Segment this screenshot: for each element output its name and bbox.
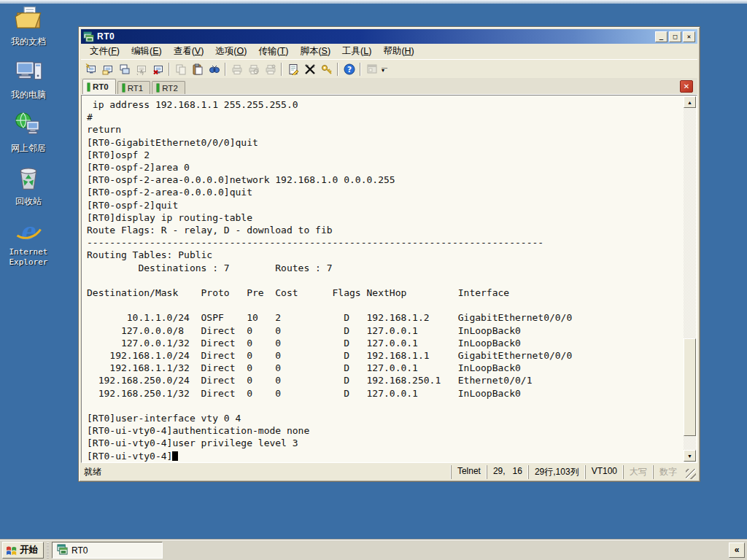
app-terminal-icon xyxy=(57,544,68,557)
status-panel-2: 29行,103列 xyxy=(528,465,585,479)
connected-indicator-icon xyxy=(88,83,90,91)
menu-item-l[interactable]: 工具(L) xyxy=(336,44,377,59)
tab-label: RT2 xyxy=(162,84,178,93)
my-computer-icon xyxy=(14,58,43,85)
terminal-text: ip address 192.168.1.1 255.255.255.0 # r… xyxy=(87,98,684,450)
toolbar-separator xyxy=(225,63,226,76)
toolbar-separator xyxy=(360,63,361,76)
windows-logo-icon xyxy=(6,545,18,556)
status-panel-5: 数字 xyxy=(653,465,683,479)
app-window-icon xyxy=(363,61,380,77)
desktop-icon-label: 我的文档 xyxy=(11,36,46,47)
connected-indicator-icon xyxy=(157,84,159,92)
scrollbar-thumb[interactable] xyxy=(684,338,696,436)
toolbar: ?—▾ xyxy=(81,59,697,78)
close-button[interactable]: ✕ xyxy=(683,31,695,42)
connect-icon[interactable] xyxy=(99,61,116,77)
toolbar-separator xyxy=(281,63,282,76)
paste-icon[interactable] xyxy=(189,61,206,77)
desktop-icon-network-places[interactable]: 网上邻居 xyxy=(3,111,54,154)
toolbar-overflow-icon[interactable]: —▾ xyxy=(381,62,388,77)
menu-item-o[interactable]: 选项(O) xyxy=(209,44,252,59)
tray-chevron-button[interactable]: « xyxy=(729,542,745,558)
quick-connect-icon[interactable] xyxy=(82,61,99,77)
status-panel-3: VT100 xyxy=(585,465,623,479)
session-tab-rt1[interactable]: RT1 xyxy=(117,81,151,94)
status-panel-1: 29, 16 xyxy=(487,465,528,479)
disconnect-icon[interactable] xyxy=(150,61,166,77)
taskbar: 开始 RT0 « xyxy=(0,540,747,560)
desktop-icon-my-computer[interactable]: 我的电脑 xyxy=(3,58,54,101)
status-bar: 就绪 Telnet29, 1629行,103列VT100大写数字 xyxy=(81,463,697,479)
svg-text:?: ? xyxy=(347,65,351,74)
recycle-bin-icon xyxy=(14,164,43,192)
taskbar-task-rt0[interactable]: RT0 xyxy=(52,542,163,559)
status-ready-text: 就绪 xyxy=(84,466,451,478)
my-documents-icon xyxy=(14,4,43,32)
menu-item-v[interactable]: 查看(V) xyxy=(168,44,210,59)
internet-explorer-icon: e xyxy=(14,217,43,245)
desktop-icon-label: 网上邻居 xyxy=(11,143,46,153)
toolbar-separator xyxy=(169,63,170,76)
session-tab-strip: RT0RT1RT2✕ xyxy=(81,78,697,95)
print-setup-icon xyxy=(262,61,279,77)
scroll-up-icon[interactable]: ▲ xyxy=(684,96,696,108)
resize-grip[interactable] xyxy=(686,469,696,479)
maximize-button[interactable]: □ xyxy=(669,31,681,42)
minimize-button[interactable]: _ xyxy=(655,31,667,42)
background-window-edge xyxy=(0,0,747,4)
status-panels: Telnet29, 1629行,103列VT100大写数字 xyxy=(451,465,683,479)
terminal-output[interactable]: ip address 192.168.1.1 255.255.255.0 # r… xyxy=(82,96,684,462)
desktop-icon-my-documents[interactable]: 我的文档 xyxy=(3,4,54,47)
terminal-area[interactable]: ip address 192.168.1.1 255.255.255.0 # r… xyxy=(81,95,697,463)
start-button[interactable]: 开始 xyxy=(2,542,44,559)
print-preview-icon xyxy=(245,61,262,77)
window-title: RT0 xyxy=(97,31,654,42)
menu-item-h[interactable]: 帮助(H) xyxy=(377,44,419,59)
terminal-app-window: RT0 _ □ ✕ 文件(F)编辑(E)查看(V)选项(O)传输(T)脚本(S)… xyxy=(78,26,700,482)
find-icon[interactable] xyxy=(206,61,222,77)
terminal-prompt: [RT0-ui-vty0-4] xyxy=(87,451,172,462)
tab-label: RT1 xyxy=(128,84,144,93)
help-icon[interactable]: ? xyxy=(341,61,357,77)
start-button-label: 开始 xyxy=(20,544,38,556)
task-button-area: RT0 xyxy=(52,542,163,559)
vertical-scrollbar[interactable]: ▲ ▼ xyxy=(684,96,696,462)
menu-item-e[interactable]: 编辑(E) xyxy=(125,44,168,59)
network-places-icon xyxy=(14,111,43,139)
window-titlebar[interactable]: RT0 _ □ ✕ xyxy=(81,29,697,44)
reconnect-icon xyxy=(133,61,150,77)
print-icon xyxy=(228,61,245,77)
copy-icon xyxy=(172,61,189,77)
menu-bar: 文件(F)编辑(E)查看(V)选项(O)传输(T)脚本(S)工具(L)帮助(H) xyxy=(81,44,697,59)
session-tab-rt2[interactable]: RT2 xyxy=(152,81,185,94)
menu-item-f[interactable]: 文件(F) xyxy=(84,44,125,59)
terminal-prompt-line: [RT0-ui-vty0-4] xyxy=(87,450,684,462)
terminal-cursor xyxy=(172,451,178,461)
connected-indicator-icon xyxy=(123,84,125,92)
session-options-icon[interactable] xyxy=(301,61,318,77)
desktop-icon-list: 我的文档我的电脑网上邻居回收站eInternet Explorer xyxy=(3,4,54,278)
connect-in-tab-icon[interactable] xyxy=(116,61,133,77)
task-label: RT0 xyxy=(71,545,88,556)
app-terminal-icon xyxy=(83,31,94,42)
desktop-icon-label: 回收站 xyxy=(15,196,42,206)
desktop-icon-label: 我的电脑 xyxy=(11,90,46,100)
properties-icon[interactable] xyxy=(285,61,301,77)
session-tab-rt0[interactable]: RT0 xyxy=(82,79,116,94)
scroll-down-icon[interactable]: ▼ xyxy=(684,450,696,462)
desktop-icon-label: Internet Explorer xyxy=(9,247,48,268)
taskbar-divider[interactable] xyxy=(47,542,49,559)
menu-item-t[interactable]: 传输(T) xyxy=(252,44,294,59)
status-panel-0: Telnet xyxy=(451,465,487,479)
menu-item-s[interactable]: 脚本(S) xyxy=(294,44,336,59)
desktop-icon-internet-explorer[interactable]: eInternet Explorer xyxy=(3,217,54,268)
key-agent-icon[interactable] xyxy=(318,61,335,77)
tab-label: RT0 xyxy=(93,82,109,91)
toolbar-separator xyxy=(337,63,338,76)
svg-text:e: e xyxy=(20,217,36,245)
close-tab-icon[interactable]: ✕ xyxy=(680,80,693,93)
desktop-icon-recycle-bin[interactable]: 回收站 xyxy=(3,164,54,207)
status-panel-4: 大写 xyxy=(623,465,653,479)
